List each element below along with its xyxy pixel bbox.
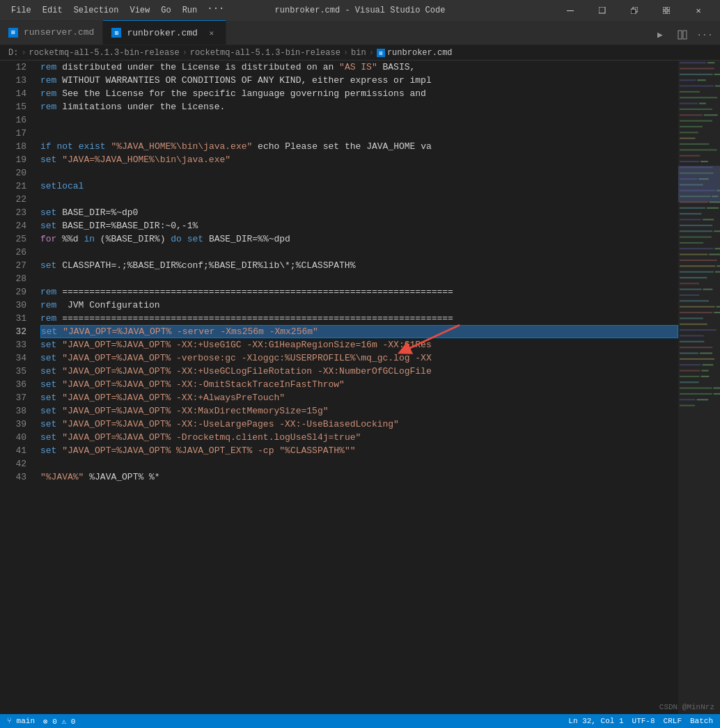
tab-runbroker[interactable]: ⊞ runbroker.cmd ✕ xyxy=(103,20,226,45)
line-num-15: 15 xyxy=(6,100,26,113)
line-num-12: 12 xyxy=(6,61,26,74)
title-bar-left: File Edit Selection View Go Run ··· xyxy=(6,3,228,18)
menu-more[interactable]: ··· xyxy=(203,3,228,18)
line-num-20: 20 xyxy=(6,166,26,180)
code-content[interactable]: rem distributed under the License is dis… xyxy=(35,61,678,714)
line-num-13: 13 xyxy=(6,74,26,87)
code-line-27: set CLASSPATH=.;%BASE_DIR%conf;%BASE_DIR… xyxy=(40,259,678,272)
line-num-24: 24 xyxy=(6,219,26,232)
breadcrumb-folder2[interactable]: rocketmq-all-5.1.3-bin-release xyxy=(190,48,341,58)
breadcrumb-bin[interactable]: bin xyxy=(351,48,366,58)
line-num-43: 43 xyxy=(6,470,26,484)
line-num-26: 26 xyxy=(6,246,26,259)
svg-rect-1 xyxy=(599,7,605,13)
line-num-27: 27 xyxy=(6,259,26,272)
line-num-25: 25 xyxy=(6,232,26,246)
line-num-23: 23 xyxy=(6,206,26,219)
code-line-31: rem ====================================… xyxy=(40,312,678,325)
code-line-22 xyxy=(40,193,678,206)
tab-runserver[interactable]: ⊞ runserver.cmd xyxy=(0,20,103,45)
svg-rect-0 xyxy=(567,10,574,11)
menu-selection[interactable]: Selection xyxy=(68,3,125,18)
minimize-button[interactable] xyxy=(554,0,586,21)
code-line-25: for %%d in (%BASE_DIR%) do set BASE_DIR=… xyxy=(40,232,678,246)
editor: 12 13 14 15 16 17 18 19 20 21 22 23 24 2… xyxy=(0,61,720,714)
line-num-39: 39 xyxy=(6,418,26,431)
line-num-28: 28 xyxy=(6,272,26,285)
line-num-21: 21 xyxy=(6,180,26,193)
line-ending: CRLF xyxy=(664,717,682,725)
code-line-28 xyxy=(40,272,678,285)
code-line-42 xyxy=(40,457,678,470)
restore-button[interactable] xyxy=(586,0,618,21)
menu-edit[interactable]: Edit xyxy=(37,3,68,18)
code-line-16 xyxy=(40,113,678,127)
code-line-18: if not exist "%JAVA_HOME%\bin\java.exe" … xyxy=(40,140,678,153)
line-num-19: 19 xyxy=(6,153,26,166)
breadcrumb-d[interactable]: D: xyxy=(8,48,18,58)
window-title: runbroker.cmd - Visual Studio Code xyxy=(275,6,446,15)
line-num-18: 18 xyxy=(6,140,26,153)
breadcrumb-folder1[interactable]: rocketmq-all-5.1.3-bin-release xyxy=(29,48,180,58)
more-actions-button[interactable]: ··· xyxy=(695,25,714,45)
line-num-17: 17 xyxy=(6,127,26,140)
line-num-40: 40 xyxy=(6,431,26,444)
git-branch[interactable]: ⑂ main xyxy=(7,717,35,726)
line-num-31: 31 xyxy=(6,312,26,325)
svg-rect-4 xyxy=(663,7,666,10)
language-mode: Batch xyxy=(690,717,713,725)
breadcrumb-file: ⊞runbroker.cmd xyxy=(377,48,453,58)
code-line-20 xyxy=(40,166,678,180)
breadcrumb-file-icon: ⊞ xyxy=(377,49,385,57)
line-num-34: 34 xyxy=(6,351,26,365)
tab-runserver-label: runserver.cmd xyxy=(24,27,94,38)
menu-file[interactable]: File xyxy=(6,3,37,18)
cursor-position: Ln 32, Col 1 xyxy=(568,717,623,725)
code-line-40: set "JAVA_OPT=%JAVA_OPT% -Drocketmq.clie… xyxy=(40,431,678,444)
line-num-30: 30 xyxy=(6,299,26,312)
tab-close-button[interactable]: ✕ xyxy=(206,27,217,38)
split-editor-button[interactable] xyxy=(673,25,692,45)
code-line-13: rem WITHOUT WARRANTIES OR CONDITIONS OF … xyxy=(40,74,678,87)
line-num-37: 37 xyxy=(6,391,26,404)
minimap[interactable] xyxy=(678,61,720,714)
code-line-24: set BASE_DIR=%BASE_DIR:~0,-1% xyxy=(40,219,678,232)
code-line-35: set "JAVA_OPT=%JAVA_OPT% -XX:+UseGCLogFi… xyxy=(40,365,678,378)
line-num-35: 35 xyxy=(6,365,26,378)
tab-bar-actions: ▶ ··· xyxy=(650,25,720,45)
grid-button[interactable] xyxy=(650,0,682,21)
status-left: ⑂ main ⊗ 0 ⚠ 0 xyxy=(7,717,75,726)
svg-rect-7 xyxy=(667,11,670,14)
close-button[interactable]: ✕ xyxy=(682,0,714,21)
code-line-23: set BASE_DIR=%~dp0 xyxy=(40,206,678,219)
code-line-17 xyxy=(40,127,678,140)
code-line-36: set "JAVA_OPT=%JAVA_OPT% -XX:-OmitStackT… xyxy=(40,378,678,391)
code-line-34: set "JAVA_OPT=%JAVA_OPT% -verbose:gc -Xl… xyxy=(40,351,678,365)
code-line-38: set "JAVA_OPT=%JAVA_OPT% -XX:MaxDirectMe… xyxy=(40,404,678,418)
minimap-canvas xyxy=(678,61,720,714)
menu-go[interactable]: Go xyxy=(155,3,176,18)
code-line-14: rem See the License for the specific lan… xyxy=(40,87,678,100)
code-line-33: set "JAVA_OPT=%JAVA_OPT% -XX:+UseG1GC -X… xyxy=(40,338,678,351)
code-line-21: setlocal xyxy=(40,180,678,193)
code-line-43: "%JAVA%" %JAVA_OPT% %* xyxy=(40,470,678,484)
line-num-41: 41 xyxy=(6,444,26,457)
encoding: UTF-8 xyxy=(632,717,655,725)
line-num-14: 14 xyxy=(6,87,26,100)
line-num-29: 29 xyxy=(6,285,26,299)
line-num-16: 16 xyxy=(6,113,26,127)
maximize-button[interactable] xyxy=(618,0,650,21)
menu-view[interactable]: View xyxy=(124,3,155,18)
code-line-41: set "JAVA_OPT=%JAVA_OPT% %JAVA_OPT_EXT% … xyxy=(40,444,678,457)
code-line-32: set "JAVA_OPT=%JAVA_OPT% -server -Xms256… xyxy=(40,325,678,338)
code-line-37: set "JAVA_OPT=%JAVA_OPT% -XX:+AlwaysPreT… xyxy=(40,391,678,404)
menu-run[interactable]: Run xyxy=(177,3,203,18)
code-line-12: rem distributed under the License is dis… xyxy=(40,61,678,74)
run-button[interactable]: ▶ xyxy=(650,25,670,45)
error-count[interactable]: ⊗ 0 ⚠ 0 xyxy=(43,717,75,726)
menu-bar: File Edit Selection View Go Run ··· xyxy=(6,3,228,18)
status-right: Ln 32, Col 1 UTF-8 CRLF Batch xyxy=(568,717,713,725)
tab-bar: ⊞ runserver.cmd ⊞ runbroker.cmd ✕ ▶ ··· xyxy=(0,21,720,45)
line-numbers: 12 13 14 15 16 17 18 19 20 21 22 23 24 2… xyxy=(0,61,35,714)
line-num-42: 42 xyxy=(6,457,26,470)
